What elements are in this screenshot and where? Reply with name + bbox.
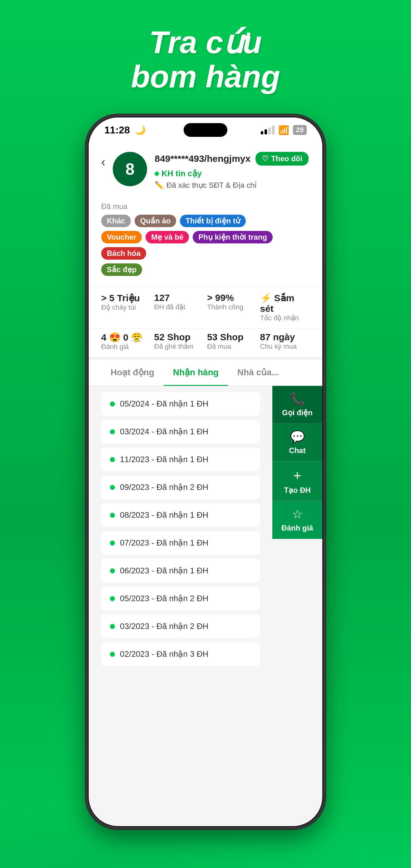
tags-row-1: Khác Quần áo Thiết bị điện tử xyxy=(101,215,310,227)
list-text-6: 06/2023 - Đã nhận 1 ĐH xyxy=(120,566,208,576)
signal-bar-3 xyxy=(268,127,271,134)
stat-value-4: 4 😍 0 😤 xyxy=(101,332,151,343)
list-text-2: 11/2023 - Đã nhận 1 ĐH xyxy=(120,455,208,464)
signal-bars xyxy=(261,126,275,134)
list-item: 02/2023 - Đã nhận 3 ĐH xyxy=(101,642,260,666)
bullet-5 xyxy=(110,540,115,546)
tag-bach-hoa: Bách hóa xyxy=(101,247,146,260)
tag-phu-kien: Phụ kiện thời trang xyxy=(193,231,273,243)
back-button[interactable]: ‹ xyxy=(101,155,105,169)
profile-name-row: 849*****493/hengjmyx ♡ Theo dõi xyxy=(155,152,310,165)
goi-dien-label: Gọi điện xyxy=(282,408,313,417)
stat-value-5: 52 Shop xyxy=(154,332,204,342)
list-item: 08/2023 - Đã nhận 1 ĐH xyxy=(101,503,260,527)
stat-danh-gia: 4 😍 0 😤 Đánh giá xyxy=(101,332,151,351)
list-item: 05/2024 - Đã nhận 1 ĐH xyxy=(101,392,260,415)
list-text-0: 05/2024 - Đã nhận 1 ĐH xyxy=(120,399,208,409)
danh-gia-button[interactable]: ☆ Đánh giá xyxy=(272,501,322,539)
wifi-icon: 📶 xyxy=(278,125,289,135)
list-item: 03/2023 - Đã nhận 2 ĐH xyxy=(101,615,260,638)
phone-frame: 11:28 🌙 📶 29 ‹ xyxy=(87,116,324,828)
bullet-8 xyxy=(110,624,115,629)
stat-label-0: Độ cháy túi xyxy=(101,303,151,312)
moon-icon: 🌙 xyxy=(135,125,146,135)
stat-value-0: > 5 Triệu xyxy=(101,292,151,303)
list-text-4: 08/2023 - Đã nhận 1 ĐH xyxy=(120,510,208,520)
bullet-1 xyxy=(110,429,115,434)
battery-badge: 29 xyxy=(293,125,307,135)
tags-row-2: Voucher Mẹ và bé Phụ kiện thời trang Bác… xyxy=(101,231,310,260)
tag-sac-dep: Sắc đẹp xyxy=(101,264,142,276)
list-text-7: 05/2023 - Đã nhận 2 ĐH xyxy=(120,594,208,603)
tab-nha-cua[interactable]: Nhà của... xyxy=(228,360,288,386)
stat-label-7: Chu kỳ mua xyxy=(260,342,310,350)
bullet-6 xyxy=(110,568,115,574)
bullet-3 xyxy=(110,485,115,490)
phone-icon: 📞 xyxy=(290,392,305,406)
online-dot xyxy=(155,172,159,176)
page-title: Tra cứu bom hàng xyxy=(0,25,411,94)
stat-do-chay-tui: > 5 Triệu Độ cháy túi xyxy=(101,292,151,322)
heart-icon: ♡ xyxy=(262,154,268,163)
bullet-9 xyxy=(110,652,115,657)
list-item: 05/2023 - Đã nhận 2 ĐH xyxy=(101,587,260,610)
profile-kh-label: KH tin cậy xyxy=(155,169,310,178)
tag-voucher: Voucher xyxy=(101,231,142,243)
stats-section-1: > 5 Triệu Độ cháy túi 127 ĐH đã đặt > 99… xyxy=(89,286,322,329)
list-item: 03/2024 - Đã nhận 1 ĐH xyxy=(101,420,260,443)
stat-value-6: 53 Shop xyxy=(207,332,257,342)
stat-da-mua: 53 Shop Đã mua xyxy=(207,332,257,351)
signal-bar-2 xyxy=(264,129,267,134)
bullet-7 xyxy=(110,596,115,601)
signal-bar-1 xyxy=(261,131,263,134)
danh-gia-label: Đánh giá xyxy=(281,524,313,532)
stat-label-2: Thành công xyxy=(207,303,257,311)
status-bar: 11:28 🌙 📶 29 xyxy=(89,118,322,143)
star-icon: ☆ xyxy=(292,507,303,521)
dynamic-island xyxy=(184,123,227,137)
signal-bar-4 xyxy=(272,126,275,134)
phone-container: 11:28 🌙 📶 29 ‹ xyxy=(87,116,324,828)
da-mua-label: Đã mua xyxy=(101,202,310,211)
chat-icon: 💬 xyxy=(290,430,305,444)
list-text-5: 07/2023 - Đã nhận 1 ĐH xyxy=(120,538,208,548)
stat-label-3: Tốc độ nhận xyxy=(260,314,310,322)
stat-chu-ky: 87 ngày Chu kỳ mua xyxy=(260,332,310,351)
profile-name: 849*****493/hengjmyx xyxy=(155,153,250,164)
status-left: 11:28 🌙 xyxy=(104,124,146,136)
bullet-4 xyxy=(110,513,115,518)
list-text-8: 03/2023 - Đã nhận 2 ĐH xyxy=(120,621,208,631)
bullet-0 xyxy=(110,402,115,406)
verified-row: ✏️ Đã xác thực SĐT & Địa chỉ xyxy=(155,181,310,190)
tao-dh-button[interactable]: + Tạo ĐH xyxy=(272,462,322,501)
stat-toc-do: ⚡ Sắm sét Tốc độ nhận xyxy=(260,292,310,322)
tag-thiet-bi: Thiết bị điện tử xyxy=(180,215,246,227)
status-time: 11:28 xyxy=(104,124,130,136)
theo-doi-button[interactable]: ♡ Theo dõi xyxy=(255,152,309,165)
stat-value-1: 127 xyxy=(154,292,204,303)
tags-section: Đã mua Khác Quần áo Thiết bị điện tử Vou… xyxy=(89,202,322,286)
tag-khac: Khác xyxy=(101,215,131,227)
avatar: 8 xyxy=(113,152,147,186)
status-right: 📶 29 xyxy=(261,125,307,135)
list-text-1: 03/2024 - Đã nhận 1 ĐH xyxy=(120,427,208,436)
list-item: 11/2023 - Đã nhận 1 ĐH xyxy=(101,448,260,471)
tab-nhan-hang[interactable]: Nhận hàng xyxy=(164,360,228,386)
list-item: 07/2023 - Đã nhận 1 ĐH xyxy=(101,531,260,555)
profile-info: 849*****493/hengjmyx ♡ Theo dõi KH tin c… xyxy=(155,152,310,190)
goi-dien-button[interactable]: 📞 Gọi điện xyxy=(272,386,322,424)
stat-label-6: Đã mua xyxy=(207,342,257,350)
chat-button[interactable]: 💬 Chat xyxy=(272,424,322,462)
tab-hoat-dong[interactable]: Hoạt động xyxy=(101,360,164,386)
stat-ghe-tham: 52 Shop Đã ghé thăm xyxy=(154,332,204,351)
phone-screen: 11:28 🌙 📶 29 ‹ xyxy=(89,118,322,826)
stats-section-2: 4 😍 0 😤 Đánh giá 52 Shop Đã ghé thăm 53 … xyxy=(89,329,322,360)
list-item: 06/2023 - Đã nhận 1 ĐH xyxy=(101,559,260,582)
tag-quan-ao: Quần áo xyxy=(135,215,177,227)
content-area: 05/2024 - Đã nhận 1 ĐH 03/2024 - Đã nhận… xyxy=(89,386,322,677)
chat-label: Chat xyxy=(289,446,306,455)
stat-label-4: Đánh giá xyxy=(101,343,151,351)
list-text-3: 09/2023 - Đã nhận 2 ĐH xyxy=(120,483,208,492)
list-item: 09/2023 - Đã nhận 2 ĐH xyxy=(101,475,260,499)
tabs-section: Hoạt động Nhận hàng Nhà của... xyxy=(89,360,322,386)
